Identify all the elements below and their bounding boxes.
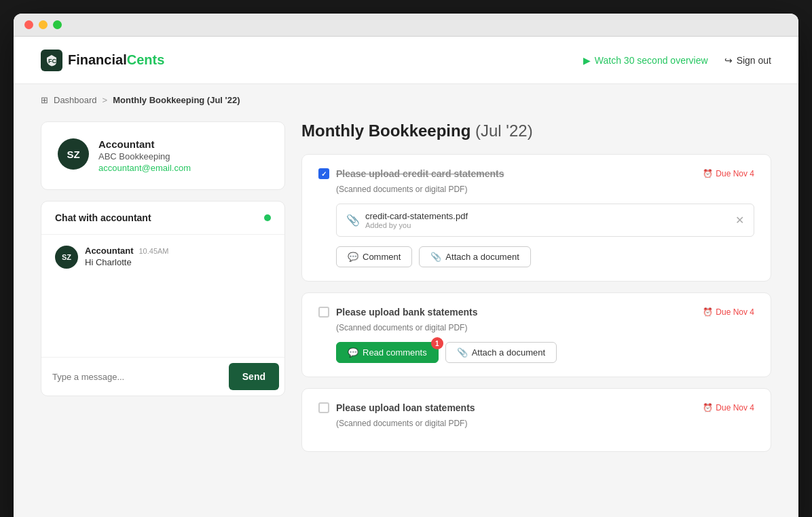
accountant-info: Accountant ABC Bookkeeping accountant@em… bbox=[98, 138, 268, 173]
file-details: credit-card-statements.pdf Added by you bbox=[365, 211, 468, 229]
task-card: Please upload loan statements ⏰ Due Nov … bbox=[301, 388, 771, 452]
breadcrumb-icon: ⊞ bbox=[41, 95, 48, 105]
comment-icon: 💬 bbox=[348, 252, 358, 262]
task-actions: 💬 Comment 📎 Attach a document bbox=[336, 246, 754, 267]
task-desc: (Scanned documents or digital PDF) bbox=[336, 323, 754, 332]
accountant-company: ABC Bookkeeping bbox=[98, 151, 268, 161]
accountant-card: SZ Accountant ABC Bookkeeping accountant… bbox=[41, 121, 285, 190]
task-name: Please upload bank statements bbox=[336, 307, 478, 318]
file-attachment: 📎 credit-card-statements.pdf Added by yo… bbox=[336, 204, 754, 237]
header: FC FinancialCents ▶ Watch 30 second over… bbox=[14, 37, 798, 84]
due-badge: ⏰ Due Nov 4 bbox=[703, 307, 754, 317]
app-window: FC FinancialCents ▶ Watch 30 second over… bbox=[14, 14, 798, 517]
chat-card: Chat with accountant SZ Accountant 10.45… bbox=[41, 201, 285, 396]
online-indicator bbox=[264, 214, 271, 221]
due-badge: ⏰ Due Nov 4 bbox=[703, 403, 754, 413]
accountant-email[interactable]: accountant@email.com bbox=[98, 163, 268, 173]
breadcrumb-separator: > bbox=[103, 95, 108, 105]
signout-button[interactable]: ↪ Sign out bbox=[724, 55, 771, 66]
chat-title: Chat with accountant bbox=[55, 212, 151, 223]
logo-text: FinancialCents bbox=[68, 52, 164, 68]
paperclip-icon: 📎 bbox=[346, 214, 360, 227]
task-actions: 💬 Read comments 1 📎 Attach a document bbox=[336, 342, 754, 363]
chat-message: SZ Accountant 10.45AM Hi Charlotte bbox=[55, 246, 271, 269]
clock-icon: ⏰ bbox=[703, 307, 713, 317]
main-title: Monthly Bookkeeping (Jul '22) bbox=[301, 121, 771, 140]
chat-sender: Accountant bbox=[85, 246, 134, 256]
attach-document-button[interactable]: 📎 Attach a document bbox=[419, 246, 530, 267]
play-icon: ▶ bbox=[583, 55, 591, 66]
clock-icon: ⏰ bbox=[703, 403, 713, 413]
chat-header: Chat with accountant bbox=[41, 202, 284, 235]
title-bar bbox=[14, 14, 798, 37]
clock-icon: ⏰ bbox=[703, 169, 713, 178]
task-desc: (Scanned documents or digital PDF) bbox=[336, 419, 754, 428]
avatar: SZ bbox=[58, 138, 89, 170]
chat-messages: SZ Accountant 10.45AM Hi Charlotte bbox=[41, 235, 284, 357]
chat-meta: Accountant 10.45AM bbox=[85, 246, 169, 256]
task-header: Please upload bank statements ⏰ Due Nov … bbox=[318, 307, 754, 318]
chat-message-content: Accountant 10.45AM Hi Charlotte bbox=[85, 246, 169, 269]
task-checkbox[interactable] bbox=[318, 168, 329, 179]
chat-input-area: Send bbox=[41, 357, 284, 396]
task-checkbox[interactable] bbox=[318, 307, 329, 318]
attach-document-button[interactable]: 📎 Attach a document bbox=[445, 342, 557, 363]
minimize-button[interactable] bbox=[39, 20, 48, 29]
chat-text: Hi Charlotte bbox=[85, 257, 169, 267]
task-name: Please upload loan statements bbox=[336, 402, 475, 413]
svg-text:FC: FC bbox=[48, 58, 56, 64]
send-button[interactable]: Send bbox=[229, 363, 279, 390]
content-area: SZ Accountant ABC Bookkeeping accountant… bbox=[14, 105, 798, 517]
left-panel: SZ Accountant ABC Bookkeeping accountant… bbox=[41, 121, 285, 517]
task-card: Please upload credit card statements ⏰ D… bbox=[301, 154, 771, 282]
watch-overview-button[interactable]: ▶ Watch 30 second overview bbox=[583, 55, 708, 66]
header-right: ▶ Watch 30 second overview ↪ Sign out bbox=[583, 55, 771, 66]
comment-icon: 💬 bbox=[348, 347, 358, 358]
chat-input[interactable] bbox=[41, 358, 229, 396]
chat-avatar: SZ bbox=[55, 246, 78, 269]
breadcrumb-current: Monthly Bookkeeping (Jul '22) bbox=[113, 95, 240, 105]
signout-icon: ↪ bbox=[724, 55, 733, 66]
file-name: credit-card-statements.pdf bbox=[365, 211, 468, 221]
task-header: Please upload loan statements ⏰ Due Nov … bbox=[318, 402, 754, 413]
breadcrumb: ⊞ Dashboard > Monthly Bookkeeping (Jul '… bbox=[14, 84, 798, 105]
task-name: Please upload credit card statements bbox=[336, 168, 504, 179]
logo-icon: FC bbox=[41, 50, 62, 71]
task-card: Please upload bank statements ⏰ Due Nov … bbox=[301, 292, 771, 377]
file-info: 📎 credit-card-statements.pdf Added by yo… bbox=[346, 211, 468, 229]
due-badge: ⏰ Due Nov 4 bbox=[703, 169, 754, 178]
task-checkbox[interactable] bbox=[318, 402, 329, 413]
task-label: Please upload loan statements bbox=[318, 402, 475, 413]
logo: FC FinancialCents bbox=[41, 50, 164, 71]
task-header: Please upload credit card statements ⏰ D… bbox=[318, 168, 754, 179]
chat-time: 10.45AM bbox=[139, 247, 169, 255]
maximize-button[interactable] bbox=[53, 20, 62, 29]
close-icon[interactable]: ✕ bbox=[735, 214, 744, 227]
task-label: Please upload credit card statements bbox=[318, 168, 504, 179]
accountant-name: Accountant bbox=[98, 138, 268, 150]
file-added: Added by you bbox=[365, 221, 468, 229]
attach-icon: 📎 bbox=[457, 347, 468, 358]
task-desc: (Scanned documents or digital PDF) bbox=[336, 185, 754, 194]
read-comments-button[interactable]: 💬 Read comments 1 bbox=[336, 342, 439, 363]
notification-badge: 1 bbox=[431, 337, 443, 349]
comment-button[interactable]: 💬 Comment bbox=[336, 246, 412, 267]
close-button[interactable] bbox=[24, 20, 33, 29]
breadcrumb-dashboard[interactable]: Dashboard bbox=[54, 95, 97, 105]
attach-icon: 📎 bbox=[430, 252, 441, 262]
right-panel: Monthly Bookkeeping (Jul '22) Please upl… bbox=[301, 121, 771, 517]
task-label: Please upload bank statements bbox=[318, 307, 478, 318]
